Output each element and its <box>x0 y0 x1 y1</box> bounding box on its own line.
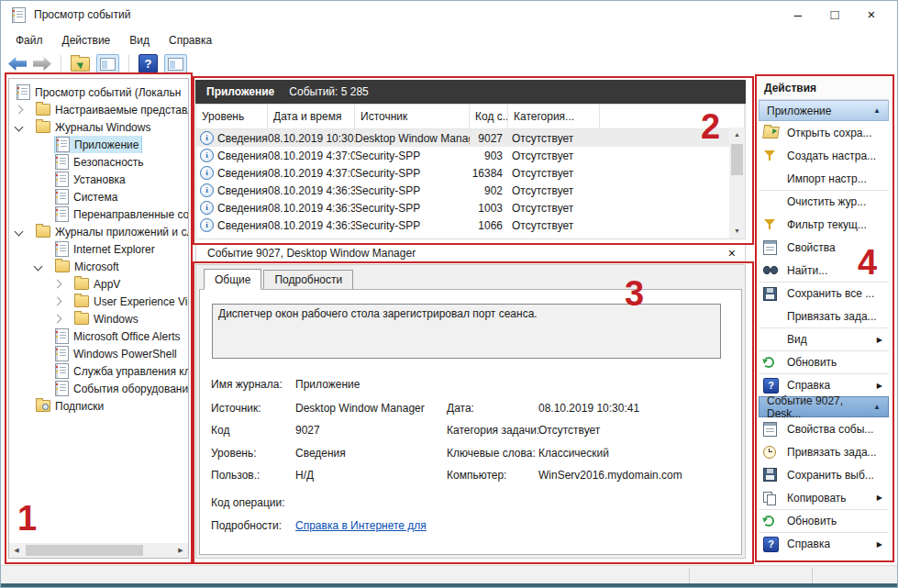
table-row[interactable]: Сведения08.10.2019 4:37:02Security-SPP90… <box>196 147 745 164</box>
section-title: Событие 9027, Desk... <box>767 394 873 420</box>
action-Найти...[interactable]: Найти... <box>759 259 889 282</box>
properties-icon <box>763 240 777 255</box>
folder-logs-icon <box>36 121 50 133</box>
action-Создать настра...[interactable]: Создать настра... <box>759 144 889 167</box>
action-label: Обновить <box>787 515 837 527</box>
scroll-left-arrow-icon[interactable]: ◀ <box>9 543 24 558</box>
tab-Подробности[interactable]: Подробности <box>263 270 353 290</box>
tree-item-Установка[interactable]: Установка <box>9 171 188 188</box>
close-button[interactable]: × <box>853 1 890 28</box>
online-help-link[interactable]: Справка в Интернете для <box>295 519 427 532</box>
action-label: Привязать зада... <box>787 446 877 459</box>
event-level: Сведения <box>217 167 268 180</box>
log-icon <box>55 346 69 361</box>
column-header-Код с...[interactable]: Код с... <box>470 105 508 128</box>
action-Свойства собы...[interactable]: Свойства собы... <box>759 417 889 440</box>
tree-item-Microsoft[interactable]: Microsoft <box>9 258 188 275</box>
back-icon[interactable] <box>8 57 27 71</box>
table-row[interactable]: Сведения08.10.2019 4:36:31Security-SPP10… <box>196 199 745 216</box>
action-Очистить жур...[interactable]: Очистить жур... <box>759 190 889 213</box>
table-row[interactable]: Сведения08.10.2019 4:36:31Security-SPP90… <box>196 182 745 199</box>
tree-item-События оборудования[interactable]: События оборудования <box>9 380 188 397</box>
tab-Общие[interactable]: Общие <box>204 269 261 290</box>
table-row[interactable]: Сведения08.10.2019 4:36:31Security-SPP10… <box>196 216 745 234</box>
action-Обновить[interactable]: Обновить <box>759 350 889 373</box>
collapse-chevron-icon[interactable] <box>16 228 35 235</box>
tree-item-User Experience Virtua[interactable]: User Experience Virtua <box>9 293 188 310</box>
action-Фильтр текущ...[interactable]: Фильтр текущ... <box>759 213 889 236</box>
tree-item-Подписки[interactable]: Подписки <box>9 397 188 415</box>
scroll-down-arrow-icon[interactable]: ▼ <box>730 224 745 239</box>
tree-item-Настраиваемые представле[interactable]: Настраиваемые представле <box>9 101 188 118</box>
table-vertical-scrollbar[interactable]: ▲ ▼ <box>729 128 745 239</box>
tree-item-Windows PowerShell[interactable]: Windows PowerShell <box>9 345 188 362</box>
tree-item-Безопасность[interactable]: Безопасность <box>9 153 188 171</box>
action-Привязать зада...[interactable]: Привязать зада... <box>759 305 889 327</box>
column-header-Категория...[interactable]: Категория... <box>508 105 600 128</box>
help-icon[interactable] <box>139 54 158 73</box>
tree-item-Система[interactable]: Система <box>9 188 188 205</box>
action-Справка[interactable]: Справка▶ <box>759 532 889 555</box>
tree-item-Microsoft Office Alerts[interactable]: Microsoft Office Alerts <box>9 327 188 345</box>
scroll-up-arrow-icon[interactable]: ▲ <box>730 128 745 142</box>
info-icon <box>200 149 214 162</box>
tree-item-label: AppV <box>94 278 120 291</box>
show-console-tree-icon[interactable] <box>96 54 119 74</box>
forward-icon[interactable] <box>33 57 51 71</box>
close-preview-icon[interactable]: × <box>728 246 736 261</box>
action-section-Событие 9027, Desk...[interactable]: Событие 9027, Desk...▲ <box>759 396 889 417</box>
tree-item-Windows[interactable]: Windows <box>9 310 188 327</box>
table-row[interactable]: Сведения08.10.2019 10:30:41Desktop Windo… <box>196 129 745 147</box>
tree-item-Internet Explorer[interactable]: Internet Explorer <box>9 240 188 258</box>
menu-item-Справка[interactable]: Справка <box>166 32 215 49</box>
folder-icon <box>55 261 70 272</box>
tree-item-Журналы Windows[interactable]: Журналы Windows <box>9 118 188 136</box>
menu-item-Вид[interactable]: Вид <box>127 32 152 49</box>
action-label: Очистить жур... <box>787 195 866 208</box>
log-icon <box>55 328 69 344</box>
expand-chevron-icon[interactable] <box>54 316 73 322</box>
menu-item-Файл[interactable]: Файл <box>13 32 46 49</box>
expand-chevron-icon[interactable] <box>54 298 73 305</box>
action-Вид[interactable]: Вид▶ <box>759 327 889 350</box>
section-title: Приложение <box>767 105 831 117</box>
scrollbar-thumb[interactable] <box>731 144 743 175</box>
table-row[interactable]: Сведения08.10.2019 4:37:02Security-SPP16… <box>196 164 745 182</box>
export-list-icon[interactable] <box>71 57 90 72</box>
action-section-Приложение[interactable]: Приложение▲ <box>759 100 889 121</box>
action-Импорт настр...[interactable]: Импорт настр... <box>759 167 889 190</box>
action-Свойства[interactable]: Свойства <box>759 236 889 259</box>
tree-horizontal-scrollbar[interactable]: ◀ ▶ <box>9 543 188 558</box>
expand-chevron-icon[interactable] <box>54 281 73 287</box>
action-Привязать зада...[interactable]: Привязать зада... <box>759 440 889 463</box>
action-Обновить[interactable]: Обновить <box>759 509 889 532</box>
event-category: Отсутствует <box>508 132 600 145</box>
action-Открыть сохра...[interactable]: Открыть сохра... <box>759 121 889 144</box>
tree-item-Приложение[interactable]: Приложение <box>9 136 188 153</box>
action-Сохранить все ...[interactable]: Сохранить все ... <box>759 282 889 305</box>
collapse-chevron-icon[interactable] <box>16 124 35 130</box>
menu-item-Действие[interactable]: Действие <box>60 32 114 49</box>
action-Сохранить выб...[interactable]: Сохранить выб... <box>759 463 889 486</box>
show-action-pane-icon[interactable] <box>164 54 187 74</box>
maximize-button[interactable]: □ <box>816 1 853 28</box>
expand-chevron-icon[interactable] <box>16 106 35 113</box>
column-header-Источник[interactable]: Источник <box>355 105 470 128</box>
tree-item-Перенаправленные соб[interactable]: Перенаправленные соб <box>9 205 188 223</box>
collapse-section-icon[interactable]: ▲ <box>873 106 881 115</box>
minimize-button[interactable]: – <box>780 1 816 28</box>
collapse-chevron-icon[interactable] <box>35 263 54 270</box>
tree-item-Просмотр событий (Локальн[interactable]: Просмотр событий (Локальн <box>9 83 188 101</box>
scrollbar-thumb[interactable] <box>26 545 143 556</box>
action-Копировать[interactable]: Копировать▶ <box>759 486 889 509</box>
tree-item-Служба управления клю[interactable]: Служба управления клю <box>9 362 188 380</box>
log-icon <box>55 381 69 396</box>
tree-item-label: User Experience Virtua <box>94 295 188 308</box>
tree-item-Журналы приложений и сл[interactable]: Журналы приложений и сл <box>9 223 188 240</box>
scroll-right-arrow-icon[interactable]: ▶ <box>173 543 188 558</box>
tree-item-AppV[interactable]: AppV <box>9 275 188 293</box>
action-Справка[interactable]: Справка▶ <box>759 373 889 396</box>
column-header-Уровень[interactable]: Уровень <box>196 105 268 128</box>
collapse-section-icon[interactable]: ▲ <box>873 403 881 411</box>
column-header-Дата и время[interactable]: Дата и время <box>268 105 355 128</box>
